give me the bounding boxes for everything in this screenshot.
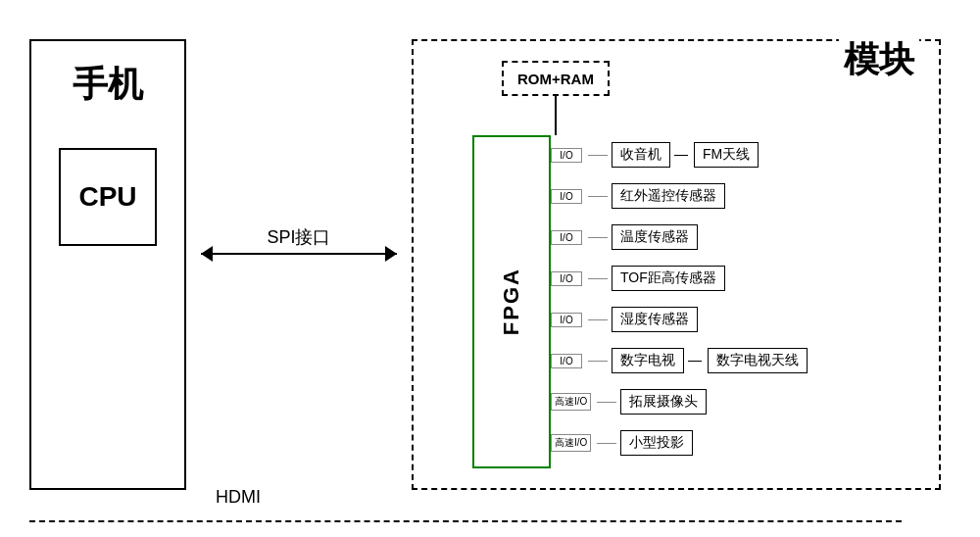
io-badge: 高速I/O [551, 393, 591, 411]
io-connector-line [588, 196, 608, 197]
io-device-box: 湿度传感器 [612, 307, 698, 332]
io-device-box: 小型投影 [620, 430, 693, 456]
arrow-right-icon [385, 246, 397, 262]
io-connector-line [588, 155, 608, 156]
io-badge: I/O [551, 313, 582, 327]
arrow-left-icon [201, 246, 213, 262]
io-badge: I/O [551, 148, 582, 163]
rom-ram-label: ROM+RAM [517, 71, 594, 87]
io-connector-line [597, 402, 616, 403]
io-device-box: 收音机 [612, 142, 670, 168]
io-badge: I/O [551, 271, 582, 286]
io-connector-line [588, 237, 608, 238]
io-device-box: 温度传感器 [612, 224, 698, 250]
io-badge: I/O [551, 189, 582, 204]
cpu-box: CPU [59, 148, 157, 246]
io-device-box: 红外遥控传感器 [612, 183, 725, 209]
io-row: I/O红外遥控传感器 [551, 176, 923, 216]
io-row: I/OTOF距高传感器 [551, 259, 923, 298]
diagram-container: 手机 CPU SPI接口 HDMI 模块 ROM+RAM FPGA I/O收音机… [0, 0, 980, 537]
io-rows: I/O收音机FM天线I/O红外遥控传感器I/O温度传感器I/OTOF距高传感器I… [551, 135, 923, 464]
io-device-box: 数字电视 [612, 348, 684, 373]
rom-connector-line [555, 96, 557, 135]
cpu-label: CPU [78, 181, 136, 213]
extra-connector-line [674, 155, 688, 156]
phone-block: 手机 CPU [29, 39, 186, 490]
io-connector-line [588, 278, 608, 279]
spi-arrow-line [201, 253, 397, 255]
io-row: 高速I/O小型投影 [551, 423, 923, 463]
io-extra-box: FM天线 [694, 142, 759, 168]
rom-ram-box: ROM+RAM [502, 61, 610, 96]
io-row: I/O温度传感器 [551, 218, 923, 257]
io-row: I/O湿度传感器 [551, 300, 923, 339]
module-block: 模块 ROM+RAM FPGA I/O收音机FM天线I/O红外遥控传感器I/O温… [412, 39, 941, 490]
io-badge: I/O [551, 354, 582, 368]
module-title: 模块 [839, 36, 919, 84]
extra-connector-line [688, 361, 702, 362]
io-connector-line [588, 361, 608, 362]
io-extra-box: 数字电视天线 [708, 348, 808, 373]
fpga-label: FPGA [499, 268, 524, 335]
io-row: I/O数字电视数字电视天线 [551, 341, 923, 380]
hdmi-line [29, 520, 902, 522]
phone-title: 手机 [73, 61, 143, 109]
fpga-block: FPGA [472, 135, 551, 468]
io-connector-line [597, 443, 616, 444]
hdmi-label: HDMI [216, 487, 261, 508]
io-row: 高速I/O拓展摄像头 [551, 382, 923, 421]
io-badge: 高速I/O [551, 434, 591, 452]
spi-label: SPI接口 [267, 225, 330, 249]
spi-arrow-area: SPI接口 [186, 225, 412, 265]
io-row: I/O收音机FM天线 [551, 135, 923, 174]
io-device-box: 拓展摄像头 [620, 389, 707, 415]
io-device-box: TOF距高传感器 [612, 266, 725, 291]
io-badge: I/O [551, 230, 582, 245]
io-connector-line [588, 319, 608, 320]
